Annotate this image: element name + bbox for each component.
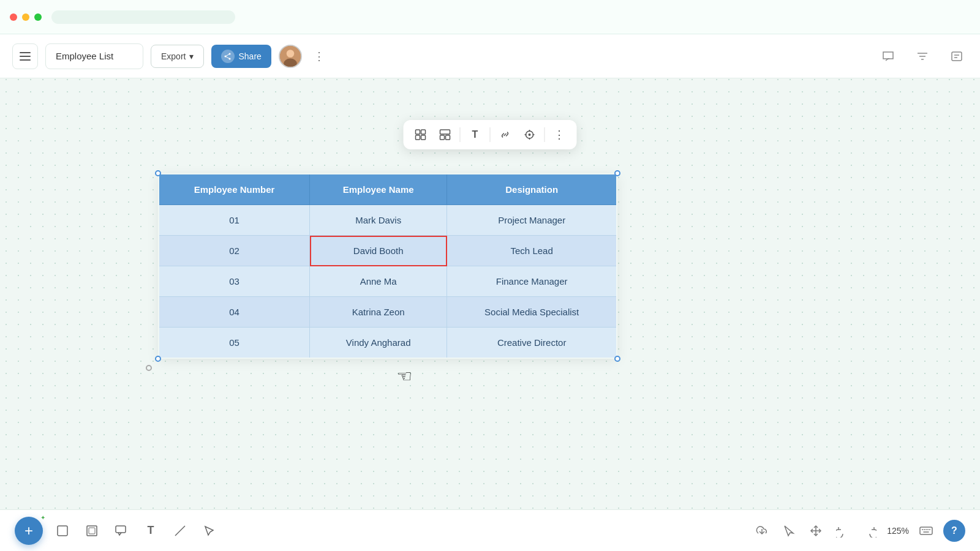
cell-employee-name[interactable]: Katrina Zeon	[310, 297, 447, 328]
os-dot-green[interactable]	[34, 13, 42, 21]
cell-designation[interactable]: Finance Manager	[447, 266, 617, 297]
cell-employee-name[interactable]: Mark Davis	[310, 205, 447, 236]
line-tool-button[interactable]	[170, 521, 190, 541]
handle-top-right[interactable]	[614, 170, 620, 176]
callout-tool-button[interactable]	[111, 521, 131, 541]
os-bar	[0, 0, 980, 34]
text-format-tool-button[interactable]: T	[464, 124, 486, 146]
hamburger-icon	[20, 52, 31, 61]
os-bar-pill	[51, 10, 235, 24]
arrow-pointer-icon[interactable]	[779, 521, 799, 541]
frame-tool-button[interactable]	[82, 521, 102, 541]
svg-rect-30	[116, 526, 126, 533]
handle-bottom-left[interactable]	[155, 356, 161, 362]
add-icon: +	[24, 523, 33, 538]
table-row[interactable]: 05Vindy AngharadCreative Director	[159, 328, 617, 359]
cell-employee-name[interactable]: Anne Ma	[310, 266, 447, 297]
toolbar-divider-2	[490, 127, 491, 142]
canvas-area[interactable]: T ⋮	[0, 78, 980, 509]
svg-rect-18	[440, 130, 450, 134]
share-label: Share	[238, 51, 261, 61]
table-row[interactable]: 01Mark DavisProject Manager	[159, 205, 617, 236]
handle-top-left[interactable]	[155, 170, 161, 176]
svg-line-31	[175, 526, 185, 536]
svg-point-7	[284, 58, 296, 67]
table-container: Employee Number Employee Name Designatio…	[158, 173, 617, 359]
add-fab-button[interactable]: +	[15, 517, 43, 545]
table-row[interactable]: 03Anne MaFinance Manager	[159, 266, 617, 297]
toolbar-divider-3	[545, 127, 545, 142]
link-tool-button[interactable]	[494, 124, 516, 146]
cell-employee-number[interactable]: 03	[159, 266, 310, 297]
main-toolbar: Employee List Export ▾ Share ⋮	[0, 34, 980, 78]
svg-rect-11	[952, 52, 962, 61]
employee-table: Employee Number Employee Name Designatio…	[158, 173, 617, 359]
pointer-tool-button[interactable]	[200, 521, 219, 541]
table-row[interactable]: 02David BoothTech Lead	[159, 236, 617, 266]
cell-designation[interactable]: Social Media Specialist	[447, 297, 617, 328]
export-label: Export	[161, 51, 186, 61]
filter-icon[interactable]	[911, 45, 933, 67]
cursor-pointer: ☞	[397, 366, 412, 386]
undo-icon[interactable]	[833, 521, 853, 541]
handle-bottom-right[interactable]	[614, 356, 620, 362]
style-tool-button[interactable]	[519, 124, 541, 146]
cell-employee-name[interactable]: Vindy Angharad	[310, 328, 447, 359]
chat-icon[interactable]	[877, 45, 899, 67]
zoom-level: 125%	[887, 526, 909, 536]
svg-rect-17	[421, 135, 426, 140]
os-dot-yellow[interactable]	[22, 13, 29, 21]
cell-employee-number[interactable]: 02	[159, 236, 310, 266]
os-dot-red[interactable]	[10, 13, 17, 21]
cell-designation[interactable]: Creative Director	[447, 328, 617, 359]
svg-rect-15	[421, 130, 426, 134]
cell-employee-number[interactable]: 04	[159, 297, 310, 328]
svg-rect-19	[440, 135, 445, 140]
cell-designation[interactable]: Tech Lead	[447, 236, 617, 266]
svg-rect-16	[416, 135, 420, 140]
table-header-row: Employee Number Employee Name Designatio…	[159, 174, 617, 205]
svg-rect-27	[58, 526, 67, 536]
export-button[interactable]: Export ▾	[151, 45, 204, 68]
export-chevron-icon: ▾	[189, 51, 194, 61]
svg-line-3	[225, 54, 230, 56]
menu-button[interactable]	[12, 43, 38, 69]
toolbar-right	[877, 45, 968, 67]
more-options-button[interactable]: ⋮	[309, 47, 329, 66]
header-designation: Designation	[447, 174, 617, 205]
document-title: Employee List	[45, 43, 143, 69]
share-button[interactable]: Share	[211, 45, 271, 68]
table-grid-tool-button[interactable]	[410, 124, 432, 146]
svg-point-6	[287, 50, 295, 58]
more-tool-button[interactable]: ⋮	[549, 124, 571, 146]
bottom-toolbar: + T	[0, 509, 980, 551]
text-tool-button[interactable]: T	[141, 521, 160, 541]
svg-rect-20	[446, 135, 450, 140]
cell-employee-number[interactable]: 01	[159, 205, 310, 236]
edit-icon[interactable]	[946, 45, 968, 67]
table-row[interactable]: 04Katrina ZeonSocial Media Specialist	[159, 297, 617, 328]
share-icon	[221, 50, 235, 63]
cell-employee-name[interactable]: David Booth	[310, 236, 447, 266]
svg-rect-14	[416, 130, 420, 134]
cell-employee-number[interactable]: 05	[159, 328, 310, 359]
header-employee-number: Employee Number	[159, 174, 310, 205]
keyboard-icon[interactable]	[916, 521, 936, 541]
floating-toolbar: T ⋮	[404, 120, 577, 149]
move-icon[interactable]	[806, 521, 826, 541]
toolbar-divider	[460, 127, 461, 142]
svg-line-4	[225, 56, 230, 59]
svg-rect-28	[87, 526, 97, 536]
svg-rect-35	[920, 527, 932, 534]
handle-extra[interactable]	[146, 365, 152, 371]
table-layout-tool-button[interactable]	[434, 124, 456, 146]
user-avatar[interactable]	[279, 45, 302, 68]
header-employee-name: Employee Name	[310, 174, 447, 205]
help-button[interactable]: ?	[943, 520, 965, 542]
redo-icon[interactable]	[860, 521, 880, 541]
cloud-save-icon[interactable]	[752, 521, 772, 541]
svg-rect-29	[89, 528, 95, 534]
rectangle-tool-button[interactable]	[53, 521, 72, 541]
svg-point-22	[529, 133, 531, 136]
cell-designation[interactable]: Project Manager	[447, 205, 617, 236]
